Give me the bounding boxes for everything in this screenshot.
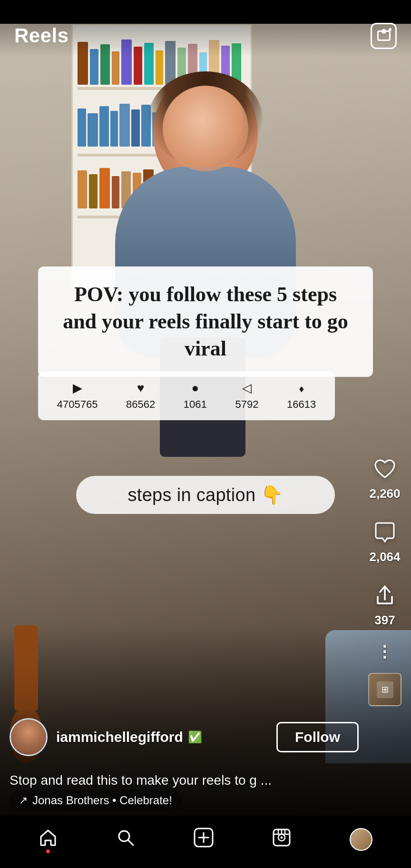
home-active-dot [46,849,50,853]
caption-content: Stop and read this to make your reels to… [10,773,272,788]
comment-action-icon [368,515,401,549]
caption-text: steps in caption 👇 [127,485,283,505]
more-dots-icon: ⋮ [376,642,394,661]
reels-title: Reels [14,24,69,47]
like-count: 86562 [126,398,155,411]
bottom-nav [0,816,411,868]
follow-button[interactable]: Follow [276,722,359,752]
caption-banner: steps in caption 👇 [76,476,335,514]
reels-nav-icon [272,828,291,851]
right-actions: 2,260 2,064 397 ⋮ [368,452,401,706]
thumbnail-preview-button[interactable]: ⊞ [368,673,401,706]
comment-icon: ● [191,381,199,395]
nav-profile[interactable] [350,828,372,851]
heart-action-icon [368,452,401,485]
nav-reels[interactable] [272,828,291,851]
nav-home[interactable] [39,828,58,851]
avatar-image [11,720,46,755]
profile-nav-avatar [350,828,372,851]
share-button[interactable]: 397 [368,579,401,628]
viral-text: POV: you follow these 5 steps and your r… [63,283,348,360]
nav-search[interactable] [116,828,135,851]
like-button[interactable]: 2,260 [368,452,401,501]
play-icon: ▶ [73,381,82,395]
stat-comments: ● 1061 [184,381,207,411]
stat-saves: ⬧ 16613 [287,381,316,411]
heart-icon: ♥ [137,381,144,395]
more-button[interactable]: ⋮ [376,642,394,661]
audio-label: Jonas Brothers • Celebrate! [32,794,172,807]
top-bar: Reels [0,0,411,57]
create-icon [193,827,214,852]
search-icon [116,828,135,851]
audio-tag[interactable]: ↗ Jonas Brothers • Celebrate! [10,790,182,811]
nav-create[interactable] [193,827,214,852]
camera-icon[interactable] [371,23,397,49]
stat-likes: ♥ 86562 [126,381,155,411]
user-info-bar: iammichellegifford ✅ Follow [10,718,359,756]
share-count: 397 [374,613,395,628]
post-caption: Stop and read this to make your reels to… [10,773,401,788]
comment-count: 2,064 [369,550,400,564]
stat-shares: ◁ 5792 [235,381,258,411]
user-details: iammichellegifford ✅ [56,729,268,745]
comment-count: 1061 [184,398,207,411]
svg-line-1 [128,840,133,845]
username-wrap: iammichellegifford ✅ [56,729,268,745]
stats-bar: ▶ 4705765 ♥ 86562 ● 1061 ◁ 5792 ⬧ 16613 [38,371,335,420]
thumbnail-preview: ⊞ [368,673,401,706]
share-count: 5792 [235,398,258,411]
username[interactable]: iammichellegifford [56,729,183,745]
stat-views: ▶ 4705765 [57,381,98,411]
view-count: 4705765 [57,398,98,411]
audio-link-icon: ↗ [19,794,28,807]
share-action-icon [368,579,401,612]
verified-badge-icon: ✅ [188,730,202,744]
user-avatar[interactable] [10,718,48,756]
home-icon [39,828,58,851]
comment-button[interactable]: 2,064 [368,515,401,564]
bookmark-icon: ⬧ [298,381,305,395]
like-count: 2,260 [369,486,400,501]
viral-card: POV: you follow these 5 steps and your r… [38,266,373,377]
save-count: 16613 [287,398,316,411]
share-icon: ◁ [242,381,252,395]
svg-point-7 [281,836,283,838]
reel-container: Reels POV: you follow these 5 steps and … [0,0,411,868]
